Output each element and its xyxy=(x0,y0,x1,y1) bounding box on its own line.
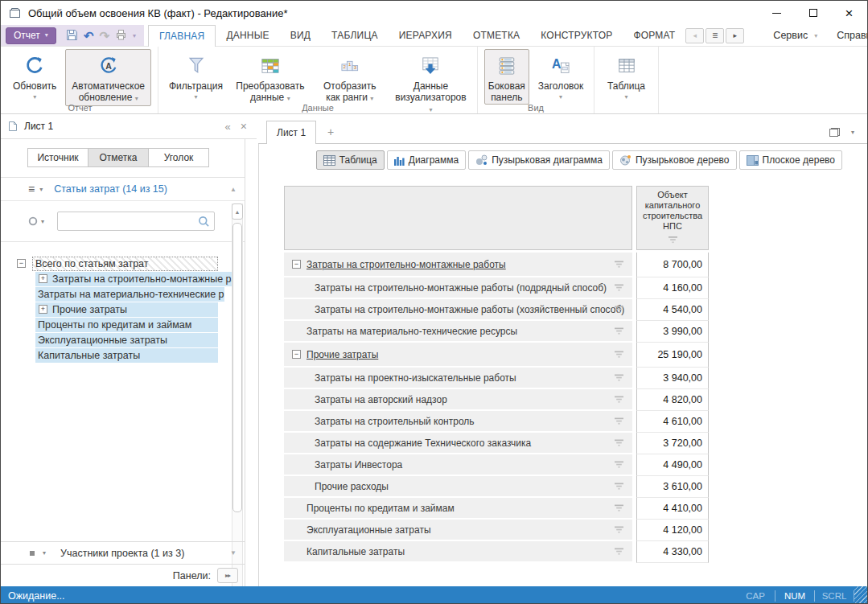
row-value-cell[interactable]: 4 820,00 xyxy=(636,389,709,411)
row-label-cell[interactable]: Затраты на проектно-изыскательные работы xyxy=(284,368,632,388)
tree-item[interactable]: Проценты по кредитам и займам xyxy=(1,317,218,332)
row-label-cell[interactable]: Затраты на авторский надзор xyxy=(284,389,632,409)
scroll-tabs-left-icon[interactable]: ◂ xyxy=(685,28,704,43)
tree-item[interactable]: +Затраты на строительно-монтажные ра xyxy=(1,271,218,286)
row-filter-icon[interactable] xyxy=(614,260,624,269)
row-label-cell[interactable]: Затраты на содержание Технического заказ… xyxy=(284,433,632,453)
row-label-link[interactable]: Затраты на строительно-монтажные работы xyxy=(306,259,506,270)
panels-expand-icon[interactable]: ▸▸ xyxy=(217,568,238,583)
tree-search-input[interactable] xyxy=(58,213,198,229)
tree-item[interactable]: +Прочие затраты xyxy=(1,302,218,317)
row-value-cell[interactable]: 3 610,00 xyxy=(636,476,709,498)
chevron-down-icon[interactable]: ▾ xyxy=(39,186,43,193)
row-filter-icon[interactable] xyxy=(614,327,624,335)
dimension-title[interactable]: Статьи затрат (14 из 15) xyxy=(54,183,167,195)
sidebar-tab-ugolok[interactable]: Уголок xyxy=(148,148,209,167)
criteria-selector[interactable]: ▾ xyxy=(28,216,44,226)
undo-icon[interactable]: ↶ xyxy=(84,30,94,42)
row-label-cell[interactable]: Затраты на материально-технические ресур… xyxy=(284,321,632,341)
help-menu[interactable]: Справка ▾ xyxy=(827,30,868,41)
row-filter-icon[interactable] xyxy=(614,482,624,491)
row-label-cell[interactable]: Затраты на строительный контроль xyxy=(284,411,632,431)
filtering-button[interactable]: Фильтрация ▾ xyxy=(165,49,227,105)
tab-ierarhiya[interactable]: ИЕРАРХИЯ xyxy=(389,25,463,46)
row-value-cell[interactable]: 4 490,00 xyxy=(636,454,709,476)
chevron-down-icon[interactable]: ▾ xyxy=(133,32,136,39)
cascade-windows-icon[interactable] xyxy=(829,128,840,137)
close-button[interactable]: × xyxy=(831,1,867,25)
refresh-button[interactable]: Обновить ▾ xyxy=(9,49,60,105)
row-filter-icon[interactable] xyxy=(614,525,624,534)
row-label-cell[interactable]: Проценты по кредитам и займам xyxy=(284,498,632,518)
scrollbar-thumb[interactable] xyxy=(232,223,242,512)
minimize-button[interactable] xyxy=(759,1,795,25)
header-button[interactable]: A Заголовок ▾ xyxy=(534,49,587,105)
tab-list-menu-icon[interactable]: ≡ xyxy=(706,28,724,43)
view-button-bar-chart[interactable]: Диаграмма xyxy=(387,150,466,170)
row-label-cell[interactable]: Затраты Инвестора xyxy=(284,454,632,475)
dimension-header[interactable]: ≡ ▾ Статьи затрат (14 из 15) ▲ xyxy=(1,177,245,201)
row-label-cell[interactable]: Затраты на строительно-монтажные работы … xyxy=(284,277,632,298)
add-sheet-button[interactable]: + xyxy=(327,125,334,138)
hamburger-icon[interactable]: ≡ xyxy=(28,183,35,195)
sidebar-tab-otmetka[interactable]: Отметка xyxy=(88,148,149,167)
report-menu-button[interactable]: Отчет ▾ xyxy=(6,27,56,44)
row-label-cell[interactable]: −Прочие затраты xyxy=(284,343,632,366)
tree-expander-icon[interactable]: − xyxy=(17,259,26,268)
tree-expander-icon[interactable]: + xyxy=(39,274,47,283)
close-panel-icon[interactable]: × xyxy=(237,120,250,133)
view-button-table[interactable]: Таблица xyxy=(316,150,385,170)
maximize-button[interactable] xyxy=(795,1,831,25)
row-value-cell[interactable]: 8 700,00 xyxy=(636,253,709,277)
row-filter-icon[interactable] xyxy=(614,395,624,404)
row-value-cell[interactable]: 3 940,00 xyxy=(636,368,709,389)
collapse-section-icon[interactable]: ▲ xyxy=(230,186,237,193)
row-filter-icon[interactable] xyxy=(614,305,624,314)
row-filter-icon[interactable] xyxy=(614,503,624,512)
chevron-down-icon[interactable]: ▾ xyxy=(851,129,854,136)
participants-section-header[interactable]: ▾ Участники проекта (1 из 3) ▼ xyxy=(1,541,245,564)
row-filter-icon[interactable] xyxy=(614,547,624,556)
row-value-cell[interactable]: 3 720,00 xyxy=(636,433,709,454)
save-icon[interactable] xyxy=(66,29,78,43)
grid-column-header[interactable]: Объект капитального строительства НПС xyxy=(636,186,709,250)
row-value-cell[interactable]: 25 190,00 xyxy=(636,343,709,368)
row-filter-icon[interactable] xyxy=(614,283,624,292)
show-as-ranks-button[interactable]: 213 Отобразить как ранги ▾ xyxy=(314,49,386,106)
sheet-tab[interactable]: Лист 1 xyxy=(266,121,316,144)
expand-section-icon[interactable]: ▼ xyxy=(230,549,237,557)
tab-vid[interactable]: ВИД xyxy=(280,25,321,46)
row-expander-icon[interactable]: − xyxy=(292,350,301,359)
grid-corner-cell[interactable] xyxy=(284,186,632,250)
row-expander-icon[interactable]: − xyxy=(292,260,301,269)
auto-refresh-button[interactable]: A Автоматическое обновление ▾ xyxy=(65,49,151,106)
collapse-panel-icon[interactable]: « xyxy=(219,121,237,133)
row-value-cell[interactable]: 4 160,00 xyxy=(636,277,709,299)
scroll-tabs-right-icon[interactable]: ▸ xyxy=(726,28,744,43)
tree-item[interactable]: −Всего по статьям затрат xyxy=(1,256,218,271)
row-filter-icon[interactable] xyxy=(614,373,624,382)
table-button[interactable]: Таблица ▾ xyxy=(603,49,649,105)
row-label-cell[interactable]: −Затраты на строительно-монтажные работы xyxy=(284,253,632,276)
row-label-cell[interactable]: Затраты на строительно-монтажные работы … xyxy=(284,299,632,319)
service-menu[interactable]: Сервис ▾ xyxy=(763,30,827,41)
tab-konstruktor[interactable]: КОНСТРУКТОР xyxy=(530,25,623,46)
row-value-cell[interactable]: 3 990,00 xyxy=(636,321,709,343)
tab-glavnaya[interactable]: ГЛАВНАЯ xyxy=(148,25,216,47)
row-label-cell[interactable]: Капитальные затраты xyxy=(284,541,632,561)
row-value-cell[interactable]: 4 120,00 xyxy=(636,520,709,541)
row-value-cell[interactable]: 4 540,00 xyxy=(636,299,709,321)
tree-item[interactable]: Капитальные затраты xyxy=(1,347,218,363)
view-button-bubble-chart[interactable]: Пузырьковая диаграмма xyxy=(468,150,610,170)
row-label-link[interactable]: Прочие затраты xyxy=(306,349,378,360)
view-button-bubble-tree[interactable]: Пузырьковое дерево xyxy=(612,150,737,170)
column-filter-icon[interactable] xyxy=(668,236,678,247)
tab-format[interactable]: ФОРМАТ xyxy=(623,25,685,46)
row-filter-icon[interactable] xyxy=(614,417,624,425)
row-label-cell[interactable]: Эксплуатационные затраты xyxy=(284,520,632,540)
tree-expander-icon[interactable]: + xyxy=(39,305,47,314)
row-value-cell[interactable]: 4 330,00 xyxy=(636,541,709,563)
search-icon[interactable] xyxy=(198,216,210,228)
tree-item[interactable]: Эксплуатационные затраты xyxy=(1,332,218,347)
row-filter-icon[interactable] xyxy=(614,350,624,359)
